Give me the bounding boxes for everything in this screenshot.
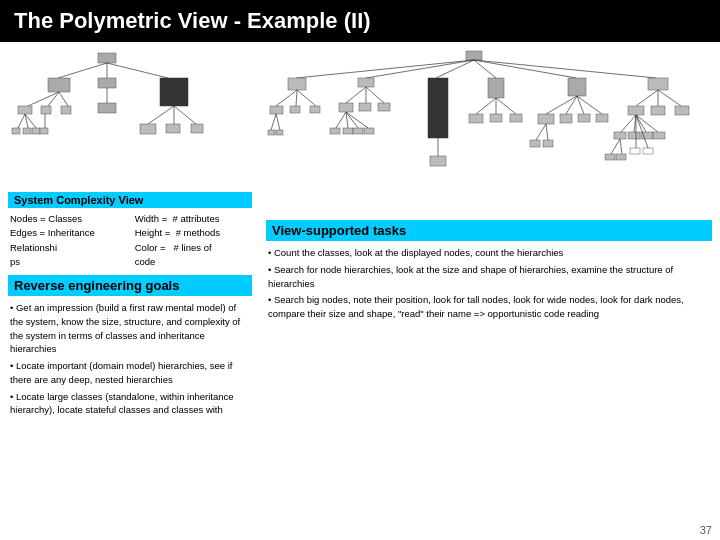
- svg-line-66: [474, 60, 576, 78]
- svg-rect-89: [614, 132, 626, 139]
- svg-rect-99: [616, 154, 626, 160]
- svg-rect-61: [469, 114, 483, 123]
- svg-rect-103: [643, 148, 653, 154]
- svg-line-1: [28, 92, 59, 106]
- svg-rect-26: [466, 51, 482, 60]
- svg-rect-19: [166, 124, 180, 133]
- relationships-label: Relationshi: [10, 241, 125, 255]
- nodes-col: Nodes = Classes Edges = Inheritance Rela…: [10, 212, 125, 269]
- svg-rect-2: [18, 106, 32, 114]
- svg-line-78: [546, 124, 548, 140]
- svg-rect-65: [510, 114, 522, 122]
- svg-line-45: [366, 87, 384, 103]
- svg-rect-44: [359, 103, 371, 111]
- svg-rect-34: [310, 106, 320, 113]
- svg-rect-79: [543, 140, 553, 147]
- svg-line-41: [346, 87, 366, 103]
- node-edge-desc: Nodes = Classes Edges = Inheritance Rela…: [8, 208, 252, 273]
- dark-node: [160, 78, 188, 106]
- svg-line-70: [566, 96, 577, 114]
- svg-rect-97: [605, 154, 615, 160]
- svg-rect-23: [98, 78, 116, 88]
- svg-line-16: [148, 106, 174, 124]
- title-text: The Polymetric View - Example (II): [14, 8, 371, 33]
- svg-rect-57: [430, 156, 446, 166]
- svg-rect-12: [32, 128, 40, 134]
- svg-rect-17: [140, 124, 156, 134]
- svg-line-60: [476, 98, 496, 114]
- reverse-goals-text: • Get an impression (build a first raw m…: [8, 296, 252, 422]
- edges-label: Edges = Inheritance: [10, 226, 125, 240]
- svg-rect-95: [653, 132, 665, 139]
- svg-rect-54: [364, 128, 374, 134]
- ps-label: ps: [10, 255, 125, 269]
- svg-line-80: [474, 60, 656, 78]
- svg-rect-32: [290, 106, 300, 113]
- svg-rect-52: [353, 128, 363, 134]
- svg-line-33: [297, 90, 316, 106]
- reverse-goals-label: Reverse engineering goals: [8, 275, 252, 296]
- metrics-col: Width = # attributes Height = # methods …: [135, 212, 250, 269]
- svg-rect-30: [270, 106, 283, 114]
- svg-rect-14: [40, 128, 48, 134]
- view-tasks-label: View-supported tasks: [266, 220, 712, 241]
- svg-rect-69: [538, 114, 554, 124]
- svg-rect-21: [191, 124, 203, 133]
- svg-line-96: [611, 139, 620, 154]
- svg-rect-4: [41, 106, 51, 114]
- svg-rect-50: [343, 128, 353, 134]
- root-node: [98, 53, 116, 63]
- svg-rect-63: [490, 114, 502, 122]
- left-panel: System Complexity View Nodes = Classes E…: [0, 42, 260, 534]
- page-title: The Polymetric View - Example (II): [0, 0, 720, 42]
- svg-rect-71: [560, 114, 572, 123]
- svg-line-15: [107, 63, 168, 78]
- svg-line-31: [296, 90, 297, 106]
- svg-rect-59: [488, 78, 504, 98]
- svg-line-98: [620, 139, 622, 154]
- svg-rect-101: [630, 148, 640, 154]
- svg-line-82: [636, 90, 658, 106]
- page-number: 37: [700, 524, 712, 536]
- svg-rect-77: [530, 140, 540, 147]
- svg-line-37: [276, 114, 280, 130]
- right-tree-svg: [266, 48, 706, 223]
- svg-rect-85: [651, 106, 665, 115]
- svg-line-76: [536, 124, 546, 140]
- svg-line-29: [276, 90, 297, 106]
- svg-rect-42: [339, 103, 353, 112]
- svg-rect-75: [596, 114, 608, 122]
- svg-line-86: [658, 90, 681, 106]
- right-panel: View-supported tasks • Count the classes…: [260, 42, 720, 534]
- svg-line-55: [436, 60, 474, 78]
- svg-line-58: [474, 60, 496, 78]
- svg-rect-40: [358, 78, 374, 87]
- svg-line-88: [621, 115, 636, 132]
- left-tree-svg: [8, 48, 248, 188]
- svg-line-35: [271, 114, 276, 130]
- node-l1: [48, 78, 70, 92]
- svg-rect-6: [61, 106, 71, 114]
- svg-line-7: [18, 114, 25, 128]
- left-tree-diagram: [8, 48, 252, 188]
- svg-rect-48: [330, 128, 340, 134]
- tall-dark-node: [428, 78, 448, 138]
- svg-line-53: [346, 112, 368, 128]
- svg-rect-28: [288, 78, 306, 90]
- nodes-label: Nodes = Classes: [10, 212, 125, 226]
- right-tree-diagram: [266, 48, 712, 218]
- svg-rect-8: [12, 128, 20, 134]
- svg-rect-73: [578, 114, 590, 122]
- svg-rect-10: [23, 128, 31, 134]
- svg-rect-36: [268, 130, 275, 135]
- svg-rect-91: [628, 132, 640, 139]
- svg-rect-67: [568, 78, 586, 96]
- svg-line-64: [496, 98, 516, 114]
- svg-rect-38: [276, 130, 283, 135]
- svg-rect-46: [378, 103, 390, 111]
- svg-line-27: [296, 60, 474, 78]
- main-content: System Complexity View Nodes = Classes E…: [0, 42, 720, 534]
- svg-rect-87: [675, 106, 689, 115]
- svg-line-5: [59, 92, 68, 106]
- svg-line-68: [546, 96, 577, 114]
